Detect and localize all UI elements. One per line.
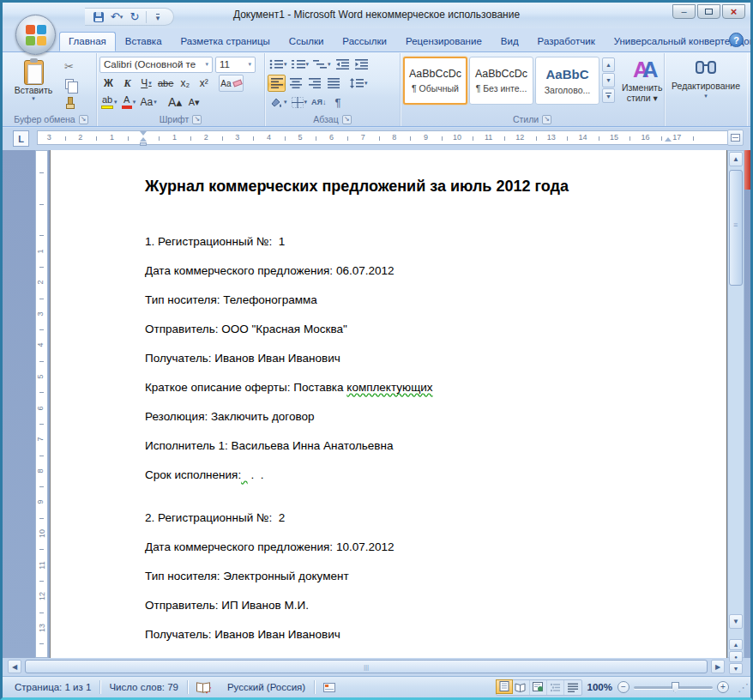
highlight-dropdown-icon[interactable]: ▾ xyxy=(114,99,117,106)
maximize-button[interactable] xyxy=(697,4,720,19)
ribbon-tab[interactable]: Рассылки xyxy=(333,32,396,51)
zoom-in-button[interactable]: + xyxy=(717,681,729,693)
style-card[interactable]: AaBbCcDc ¶ Обычный xyxy=(403,57,467,105)
clear-formatting-button[interactable]: Aa xyxy=(219,75,243,92)
ribbon-tab[interactable]: Ссылки xyxy=(280,32,334,51)
bullets-button[interactable]: ▾ xyxy=(268,56,289,73)
show-marks-button[interactable]: ¶ xyxy=(329,94,347,111)
spellcheck-status[interactable]: ✗ xyxy=(188,677,219,697)
increase-indent-button[interactable] xyxy=(352,56,370,73)
shading-dropdown-icon[interactable]: ▾ xyxy=(284,99,287,106)
fullscreen-reading-view-button[interactable] xyxy=(513,680,530,695)
editing-group[interactable]: Редактирование ▾ xyxy=(665,53,747,126)
line-spacing-button[interactable]: ▾ xyxy=(348,75,370,92)
subscript-button[interactable]: x₂ xyxy=(176,75,194,92)
borders-dropdown-icon[interactable]: ▾ xyxy=(304,99,308,106)
vertical-ruler[interactable]: 12345678910111213 xyxy=(35,150,48,658)
horizontal-ruler[interactable]: 3211234567891011121314151617 xyxy=(37,130,734,145)
bullets-dropdown-icon[interactable]: ▾ xyxy=(284,61,287,68)
tab-stop-selector[interactable]: L xyxy=(13,130,29,147)
styles-scroll-down-button[interactable]: ▼ xyxy=(602,73,615,88)
zoom-out-button[interactable]: − xyxy=(617,681,630,693)
outline-view-button[interactable] xyxy=(547,680,564,695)
hanging-indent-marker[interactable] xyxy=(140,137,147,142)
underline-button[interactable]: Ч▾ xyxy=(137,75,155,92)
ribbon-tab[interactable]: Разработчик xyxy=(528,32,605,51)
minimize-button[interactable]: – xyxy=(672,4,696,19)
left-indent-marker[interactable] xyxy=(140,142,147,146)
scroll-right-button[interactable]: ▶ xyxy=(711,660,725,673)
superscript-button[interactable]: x² xyxy=(195,75,213,92)
ribbon-tab[interactable]: Рецензирование xyxy=(396,32,491,51)
ribbon-tab[interactable]: Разметка страницы xyxy=(172,32,280,51)
styles-scroll-up-button[interactable]: ▲ xyxy=(602,57,615,72)
font-name-combo[interactable]: Calibri (Основной те▾ xyxy=(99,57,213,73)
styles-more-button[interactable]: ▼ xyxy=(602,88,615,103)
change-case-dropdown-icon[interactable]: ▾ xyxy=(154,99,157,106)
justify-button[interactable] xyxy=(324,75,342,92)
ribbon-tab[interactable]: Главная xyxy=(59,32,116,51)
change-styles-button[interactable]: AA Изменить стили ▾ xyxy=(622,58,662,112)
align-left-button[interactable] xyxy=(268,75,286,92)
print-layout-view-button[interactable] xyxy=(496,679,513,694)
font-dialog-launcher[interactable]: ↘ xyxy=(192,115,202,124)
draft-view-button[interactable] xyxy=(564,680,581,695)
multilevel-list-button[interactable]: ▾ xyxy=(311,56,333,73)
style-card[interactable]: AaBbC Заголово... xyxy=(535,57,599,105)
close-button[interactable]: × xyxy=(722,4,745,19)
clipboard-dialog-launcher[interactable]: ↘ xyxy=(79,115,88,124)
right-indent-marker[interactable] xyxy=(665,137,672,142)
vertical-scrollbar[interactable]: ▲ ▼ xyxy=(727,150,744,658)
zoom-slider-thumb[interactable] xyxy=(672,682,679,693)
scroll-left-button[interactable]: ◀ xyxy=(8,660,21,673)
previous-page-button[interactable]: ▲ xyxy=(729,639,743,650)
document-page[interactable]: Журнал коммерческих предложений за июль … xyxy=(50,150,727,658)
paragraph-dialog-launcher[interactable]: ↘ xyxy=(342,115,352,124)
vertical-scroll-thumb[interactable] xyxy=(729,170,743,286)
font-color-button[interactable]: А▾ xyxy=(120,94,138,111)
line-spacing-dropdown-icon[interactable]: ▾ xyxy=(364,80,368,87)
decrease-indent-button[interactable] xyxy=(334,56,352,73)
page-count-status[interactable]: Страница: 1 из 1 xyxy=(6,677,99,697)
italic-button[interactable]: K xyxy=(118,75,136,92)
align-right-button[interactable] xyxy=(305,75,323,92)
horizontal-scroll-thumb[interactable] xyxy=(25,660,708,673)
align-center-button[interactable] xyxy=(286,75,304,92)
grow-font-button[interactable]: А▴ xyxy=(166,94,184,111)
cut-button[interactable]: ✂ xyxy=(60,57,78,75)
font-size-combo[interactable]: 11▾ xyxy=(215,57,256,73)
format-painter-button[interactable] xyxy=(60,94,78,111)
numbering-dropdown-icon[interactable]: ▾ xyxy=(306,61,310,68)
ruler-toggle-button[interactable] xyxy=(727,130,744,146)
help-button[interactable]: ? xyxy=(729,33,744,47)
next-page-button[interactable]: ▼ xyxy=(729,663,743,674)
strikethrough-button[interactable]: abe xyxy=(156,75,175,92)
highlight-button[interactable]: ab▾ xyxy=(99,94,119,111)
borders-button[interactable]: ▾ xyxy=(290,94,310,111)
horizontal-scrollbar[interactable]: ◀ ▶ ▲ ● ▼ xyxy=(3,658,750,676)
sort-button[interactable]: АЯ↓ xyxy=(310,94,328,111)
shrink-font-button[interactable]: А▾ xyxy=(185,94,203,111)
word-count-status[interactable]: Число слов: 79 xyxy=(100,677,187,697)
select-browse-object-button[interactable]: ● xyxy=(729,651,743,662)
style-card[interactable]: AaBbCcDc ¶ Без инте... xyxy=(469,57,533,105)
underline-dropdown-icon[interactable]: ▾ xyxy=(148,80,152,87)
web-layout-view-button[interactable] xyxy=(530,680,547,695)
numbering-button[interactable]: ▾ xyxy=(290,56,311,73)
multilevel-dropdown-icon[interactable]: ▾ xyxy=(328,61,331,68)
office-button[interactable] xyxy=(15,15,56,55)
zoom-slider-track[interactable] xyxy=(634,686,713,689)
scroll-up-button[interactable]: ▲ xyxy=(729,152,743,166)
shading-button[interactable]: ▾ xyxy=(268,94,289,111)
copy-button[interactable] xyxy=(60,75,78,93)
first-line-indent-marker[interactable] xyxy=(140,131,147,136)
bold-button[interactable]: Ж xyxy=(99,75,117,92)
ribbon-tab[interactable]: Вид xyxy=(491,32,528,51)
change-case-button[interactable]: Aa▾ xyxy=(139,94,159,111)
scroll-down-button[interactable]: ▼ xyxy=(729,614,743,629)
zoom-level-label[interactable]: 100% xyxy=(587,682,612,692)
ribbon-tab[interactable]: Вставка xyxy=(116,32,172,51)
styles-dialog-launcher[interactable]: ↘ xyxy=(542,115,551,124)
font-color-dropdown-icon[interactable]: ▾ xyxy=(133,99,136,106)
paste-button[interactable]: Вставить ▾ xyxy=(10,57,57,112)
